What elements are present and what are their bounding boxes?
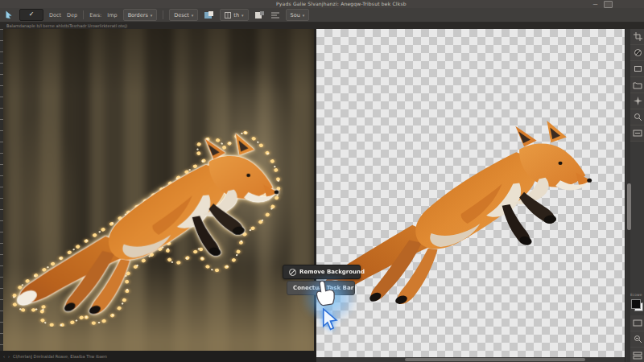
commit-check-button[interactable]: ✓ [19, 9, 43, 21]
tool-column [630, 29, 644, 142]
horizontal-scrollbar[interactable] [316, 357, 625, 362]
panel-label: Ecowe [630, 293, 642, 297]
crop-tool-button[interactable] [630, 29, 644, 45]
selected-fox-image[interactable] [10, 124, 283, 327]
remove-background-icon [289, 269, 296, 276]
layer-thumb-icon[interactable] [204, 10, 214, 20]
arrow-cursor-icon [321, 308, 341, 332]
option-label-doct[interactable]: Doct [49, 12, 61, 19]
crop-icon [634, 32, 642, 41]
history-forward-button[interactable]: › [8, 354, 10, 359]
status-text: Cl/herlanJ Drelnaldal Roave, Elaalba Thw… [13, 354, 107, 359]
mask-icon[interactable] [254, 10, 265, 20]
window-title: Pyads Galie Slvanjhanzi: Anegqw-Tribsut … [276, 1, 407, 6]
background-removed-view[interactable] [316, 29, 625, 357]
move-tool-icon[interactable] [5, 10, 14, 19]
layers-panel-button[interactable] [630, 348, 644, 362]
select-subject-button[interactable]: Desct ▾ [169, 9, 198, 21]
artboard-button[interactable] [630, 125, 644, 142]
layers-icon [633, 352, 642, 360]
zoom-icon [634, 113, 642, 121]
chevron-down-icon: ▾ [192, 13, 194, 18]
sou-dropdown-value: Sou [291, 12, 300, 19]
minimize-button[interactable]: — [592, 1, 599, 6]
chevron-down-icon: ▾ [151, 13, 153, 18]
zoom-plus-icon [634, 335, 642, 343]
tool-options-bar: ✓ Doct Dep Ews: Imp Borders ▾ Desct ▾ th… [0, 8, 644, 23]
th-dropdown[interactable]: th ▾ [220, 9, 248, 21]
original-image-view[interactable] [3, 29, 314, 351]
zoom-in-button[interactable] [630, 331, 644, 348]
fox-cutout-image[interactable] [316, 111, 597, 317]
history-back-button[interactable]: ‹ [3, 354, 5, 359]
select-button-label: Desct [174, 12, 189, 19]
shape-tool-button[interactable] [630, 61, 644, 77]
right-tool-panel: Ecowe [625, 29, 644, 362]
folder-button[interactable] [630, 77, 644, 93]
panel-bottom-tools [630, 315, 644, 362]
hint-bar: Balamdanaple b/l berne ahlstbiTesrhadr U… [0, 23, 644, 29]
vertical-scrollbar-thumb[interactable] [627, 183, 631, 230]
foreground-color-swatch[interactable] [631, 299, 641, 309]
chevron-down-icon: ▾ [303, 13, 305, 18]
color-swatches[interactable] [631, 299, 643, 311]
fox-with-selection-glow [14, 134, 279, 315]
folder-icon [633, 81, 642, 89]
borders-dropdown-value: Borders [128, 12, 148, 19]
option-label-imp[interactable]: Imp [107, 12, 117, 19]
screen-mode-icon [633, 319, 642, 327]
shape-icon [634, 64, 642, 73]
chevron-down-icon: ▾ [242, 13, 244, 18]
hint-text: Balamdanaple b/l berne ahlstbiTesrhadr U… [6, 23, 127, 28]
hand-cursor-icon [312, 278, 338, 309]
option-label-dep[interactable]: Dep [67, 12, 77, 19]
brush-tool-button[interactable] [630, 93, 644, 109]
options-divider [83, 10, 84, 19]
zoom-tool-button[interactable] [630, 109, 644, 125]
options-divider [163, 10, 163, 19]
screen-mode-button[interactable] [630, 315, 644, 331]
align-lines-icon[interactable] [270, 11, 280, 19]
grid-icon [225, 12, 231, 19]
borders-dropdown[interactable]: Borders ▾ [123, 9, 158, 21]
sou-dropdown[interactable]: Sou ▾ [286, 9, 310, 21]
eraser-icon [634, 48, 642, 57]
brush-icon [634, 97, 642, 105]
artboard-icon [633, 130, 642, 137]
status-bar: ‹ › Cl/herlanJ Drelnaldal Roave, Elaalba… [0, 351, 316, 362]
horizontal-scrollbar-thumb[interactable] [405, 358, 585, 361]
option-label-ews: Ews: [89, 12, 101, 19]
eraser-tool-button[interactable] [630, 45, 644, 61]
th-dropdown-value: th [233, 12, 239, 19]
title-bar: Pyads Galie Slvanjhanzi: Anegqw-Tribsut … [0, 0, 644, 8]
maximize-button[interactable] [604, 1, 613, 8]
